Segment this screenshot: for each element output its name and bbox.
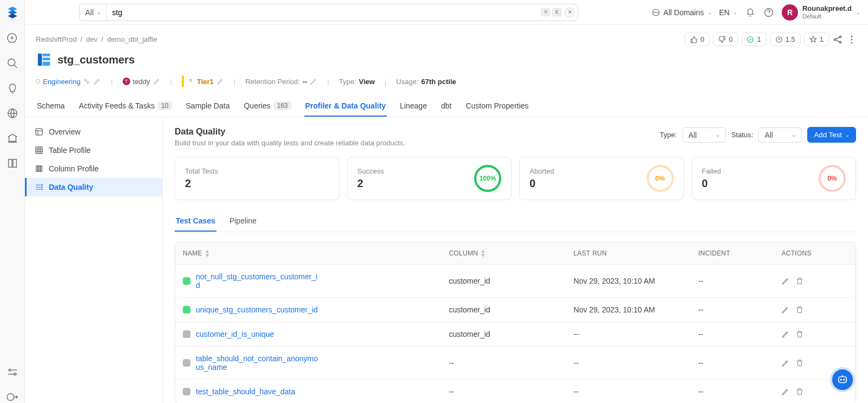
cell-column: customer_id — [449, 330, 573, 338]
add-test-button[interactable]: Add Test⌄ — [807, 127, 856, 143]
search-icon[interactable] — [7, 57, 18, 69]
subtab-pipeline[interactable]: Pipeline — [228, 211, 258, 232]
pencil-icon[interactable] — [93, 78, 101, 85]
tab-queries[interactable]: Queries163 — [242, 96, 292, 117]
test-count-stat[interactable]: 1 — [741, 33, 766, 46]
svg-point-21 — [42, 189, 42, 189]
type-filter-label: Type: — [660, 131, 677, 139]
user-menu[interactable]: R Rounakpreet.dDefault ⌄ — [782, 4, 860, 21]
tab-custom[interactable]: Custom Properties — [464, 96, 529, 117]
svg-point-20 — [42, 187, 42, 187]
edit-icon[interactable] — [781, 305, 790, 314]
cell-incident: -- — [698, 330, 781, 338]
card-aborted: Aborted00% — [519, 157, 684, 200]
type-filter-select[interactable]: All⌄ — [682, 127, 726, 143]
sidebar-item-tableprofile[interactable]: Table Profile — [25, 141, 162, 159]
cell-lastrun: Nov 29, 2023, 10:10 AM — [573, 305, 698, 314]
col-lastrun: LAST RUN — [573, 250, 698, 257]
pencil-icon[interactable] — [310, 78, 317, 85]
svg-point-23 — [840, 379, 841, 380]
history-stat[interactable]: 1.5 — [770, 33, 801, 46]
left-nav — [0, 0, 25, 403]
test-link[interactable]: not_null_stg_customers_customer_id — [196, 272, 321, 290]
cell-column: -- — [449, 359, 573, 367]
idea-icon[interactable] — [7, 82, 18, 94]
globe-icon[interactable] — [7, 107, 18, 119]
status-icon — [183, 359, 190, 367]
sidebar-item-dataquality[interactable]: Data Quality — [25, 178, 162, 196]
search-box[interactable]: All⌄ ⌘K ✕ — [79, 4, 578, 21]
table-row: customer_id_is_unique customer_id -- -- — [175, 322, 856, 347]
search-input[interactable] — [107, 8, 538, 17]
edit-icon[interactable] — [781, 359, 790, 367]
chat-fab-icon[interactable] — [830, 367, 855, 392]
tab-dbt[interactable]: dbt — [440, 96, 452, 117]
search-scope-select[interactable]: All⌄ — [80, 4, 107, 21]
col-name[interactable]: NAME▲▼ — [183, 249, 449, 258]
downvote-button[interactable]: 0 — [713, 33, 738, 46]
retention-chip[interactable]: Retention Period:-- — [245, 78, 317, 86]
lang-select[interactable]: EN⌄ — [719, 8, 737, 17]
domain-chip[interactable]: Engineering — [36, 78, 101, 86]
svg-point-3 — [9, 369, 11, 372]
card-success: Success2100% — [347, 157, 512, 200]
delete-icon[interactable] — [795, 330, 804, 338]
help-icon[interactable] — [763, 7, 774, 18]
upvote-button[interactable]: 0 — [685, 33, 710, 46]
delete-icon[interactable] — [795, 387, 804, 396]
tab-profiler[interactable]: Profiler & Data Quality — [304, 96, 387, 117]
status-filter-select[interactable]: All⌄ — [758, 127, 802, 143]
subtab-testcases[interactable]: Test Cases — [175, 211, 216, 232]
col-column[interactable]: COLUMN▲▼ — [449, 249, 573, 258]
edit-icon[interactable] — [781, 330, 790, 338]
gov-icon[interactable] — [7, 132, 18, 144]
more-icon[interactable] — [846, 34, 857, 45]
test-link[interactable]: customer_id_is_unique — [196, 330, 274, 338]
side-menu: Overview Table Profile Column Profile Da… — [25, 117, 163, 403]
delete-icon[interactable] — [795, 305, 804, 314]
clear-search-icon[interactable]: ✕ — [565, 8, 575, 17]
svg-rect-18 — [36, 147, 42, 153]
app-logo[interactable] — [5, 5, 20, 20]
tab-schema[interactable]: Schema — [36, 96, 66, 117]
settings-icon[interactable] — [7, 366, 18, 378]
cell-incident: -- — [698, 359, 781, 367]
domain-select[interactable]: All Domains⌄ — [652, 8, 712, 17]
test-link[interactable]: test_table_should_have_data — [196, 387, 295, 396]
tab-sampledata[interactable]: Sample Data — [185, 96, 231, 117]
sidebar-item-overview[interactable]: Overview — [25, 123, 162, 141]
section-subtitle: Build trust in your data with quality te… — [175, 139, 405, 147]
tab-activity[interactable]: Activity Feeds & Tasks10 — [78, 96, 173, 117]
sidebar-item-columnprofile[interactable]: Column Profile — [25, 159, 162, 178]
explore-icon[interactable] — [7, 33, 18, 44]
docs-icon[interactable] — [7, 157, 18, 169]
breadcrumb[interactable]: RedshiftProd / dev / demo_dbt_jaffle — [36, 33, 157, 46]
cell-column: -- — [449, 387, 573, 396]
type-chip: Type:View — [339, 78, 375, 86]
test-link[interactable]: unique_stg_customers_customer_id — [196, 305, 318, 314]
pencil-icon[interactable] — [216, 78, 224, 85]
tab-lineage[interactable]: Lineage — [399, 96, 428, 117]
avatar: R — [782, 4, 798, 21]
share-icon[interactable] — [832, 34, 843, 45]
delete-icon[interactable] — [795, 359, 804, 367]
svg-point-24 — [844, 379, 845, 380]
owner-chip[interactable]: Tteddy — [123, 78, 161, 86]
tier-chip[interactable]: Tier1 — [182, 75, 224, 87]
svg-point-10 — [839, 36, 841, 37]
delete-icon[interactable] — [795, 277, 804, 285]
logout-icon[interactable] — [7, 391, 18, 403]
svg-point-14 — [851, 42, 853, 43]
star-button[interactable]: 1 — [804, 33, 829, 46]
pencil-icon[interactable] — [153, 78, 161, 85]
edit-icon[interactable] — [781, 387, 790, 396]
svg-point-1 — [8, 59, 15, 66]
svg-point-13 — [851, 39, 853, 40]
status-filter-label: Status: — [731, 131, 753, 139]
edit-icon[interactable] — [781, 277, 790, 285]
search-shortcut: ⌘K — [538, 8, 565, 16]
table-icon — [36, 52, 52, 68]
test-link[interactable]: table_should_not_contain_anonymous_name — [196, 354, 321, 372]
bell-icon[interactable] — [745, 7, 756, 18]
table-row: unique_stg_customers_customer_id custome… — [175, 298, 856, 322]
